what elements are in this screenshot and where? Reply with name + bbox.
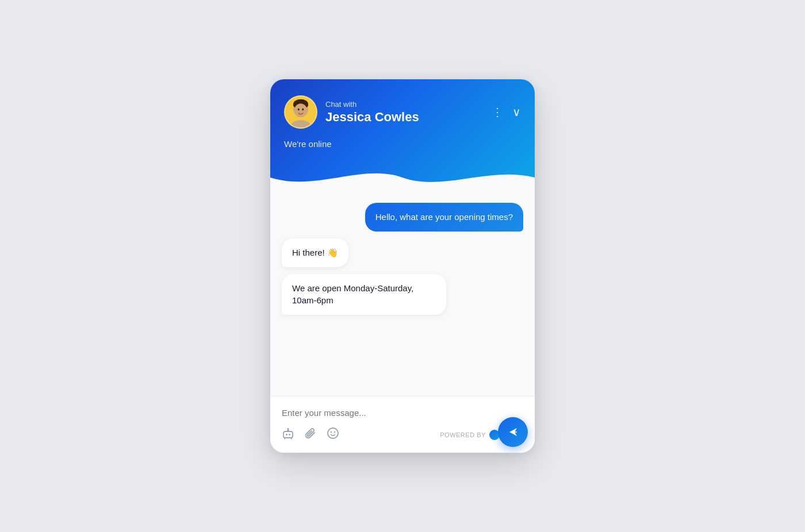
header-actions: ⋮ ∨ bbox=[492, 106, 521, 118]
svg-point-14 bbox=[328, 428, 338, 438]
outgoing-message-1: Hello, what are your opening times? bbox=[365, 203, 523, 232]
chat-widget: Chat with Jessica Cowles ⋮ ∨ We're onlin… bbox=[270, 79, 535, 453]
message-row: We are open Monday-Saturday, 10am-6pm bbox=[282, 274, 523, 315]
collapse-button[interactable]: ∨ bbox=[512, 106, 521, 118]
svg-point-4 bbox=[294, 103, 307, 117]
svg-point-9 bbox=[289, 434, 290, 435]
svg-rect-7 bbox=[283, 431, 293, 438]
svg-line-12 bbox=[285, 438, 285, 439]
send-button[interactable] bbox=[498, 417, 528, 447]
message-row: Hello, what are your opening times? bbox=[282, 203, 523, 232]
chat-input-footer: POWERED BY TIDIO bbox=[282, 427, 523, 442]
svg-point-16 bbox=[334, 431, 335, 433]
wave-separator bbox=[270, 160, 535, 189]
agent-info: Chat with Jessica Cowles bbox=[325, 100, 484, 125]
agent-name: Jessica Cowles bbox=[325, 110, 484, 125]
chat-with-label: Chat with bbox=[325, 100, 484, 109]
svg-point-15 bbox=[331, 431, 332, 433]
svg-line-13 bbox=[291, 438, 292, 439]
svg-point-11 bbox=[288, 428, 289, 430]
svg-point-8 bbox=[286, 434, 288, 435]
chat-input-area: POWERED BY TIDIO bbox=[270, 396, 535, 453]
svg-point-0 bbox=[291, 120, 310, 128]
svg-point-5 bbox=[298, 109, 300, 111]
chat-messages: Hello, what are your opening times? Hi t… bbox=[270, 189, 535, 396]
svg-point-6 bbox=[302, 109, 304, 111]
attachment-icon[interactable] bbox=[305, 427, 316, 442]
powered-by-label: POWERED BY bbox=[440, 431, 486, 438]
more-options-button[interactable]: ⋮ bbox=[492, 106, 503, 118]
chat-header: Chat with Jessica Cowles ⋮ ∨ We're onlin… bbox=[270, 79, 535, 189]
online-status: We're online bbox=[284, 139, 521, 149]
input-icons bbox=[282, 427, 339, 442]
incoming-message-1: Hi there! 👋 bbox=[282, 238, 348, 267]
incoming-message-2: We are open Monday-Saturday, 10am-6pm bbox=[282, 274, 446, 315]
bot-icon[interactable] bbox=[282, 427, 294, 442]
message-row: Hi there! 👋 bbox=[282, 238, 523, 267]
emoji-icon[interactable] bbox=[327, 427, 339, 442]
message-input[interactable] bbox=[282, 406, 523, 425]
avatar bbox=[284, 95, 317, 129]
send-icon bbox=[507, 426, 519, 438]
